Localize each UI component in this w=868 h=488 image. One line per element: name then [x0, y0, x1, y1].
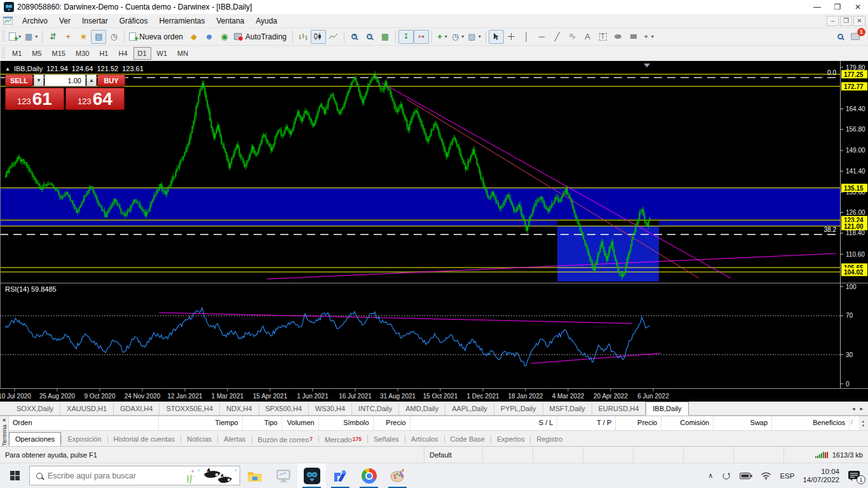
- timeframe-m5[interactable]: M5: [27, 47, 46, 60]
- horizontal-line-button[interactable]: ─: [534, 30, 550, 44]
- taskbar-mt5[interactable]: [297, 463, 326, 488]
- mdi-restore-icon[interactable]: ❐: [840, 16, 852, 26]
- buy-button[interactable]: BUY: [97, 74, 125, 86]
- column-header-sl[interactable]: S / L: [410, 416, 558, 430]
- candles-chart-button[interactable]: [311, 30, 326, 44]
- terminal-close-icon[interactable]: ✕: [2, 416, 6, 424]
- taskbar-paint3d[interactable]: [383, 463, 412, 488]
- timeframe-m1[interactable]: M1: [8, 47, 26, 60]
- chart-shift-button[interactable]: ↦: [414, 30, 429, 44]
- mdi-close-icon[interactable]: ✕: [853, 16, 865, 26]
- autotrading-button[interactable]: AutoTrading: [232, 30, 290, 44]
- community-button[interactable]: ☻: [201, 30, 217, 44]
- toolbar-grip[interactable]: [2, 31, 5, 43]
- tabs-scroll-left-icon[interactable]: ◂: [852, 405, 855, 412]
- terminal-tab-alertas[interactable]: Alertas: [218, 433, 251, 445]
- close-icon[interactable]: ✕: [848, 0, 868, 14]
- timeframe-grip[interactable]: [2, 48, 5, 59]
- start-button[interactable]: [0, 463, 29, 488]
- mdi-minimize-icon[interactable]: –: [827, 16, 839, 26]
- menu-ayuda[interactable]: Ayuda: [250, 15, 283, 27]
- tile-windows-button[interactable]: ▦: [377, 30, 393, 44]
- table-scroll-buttons[interactable]: ▲▼: [858, 416, 868, 430]
- symbol-tab-amd[interactable]: AMD,Daily: [399, 403, 445, 415]
- timeframe-w1[interactable]: W1: [153, 47, 172, 60]
- indicators-button[interactable]: +▾: [435, 30, 450, 44]
- column-header-tp[interactable]: T / P: [557, 416, 616, 430]
- arrows-button[interactable]: ✦▾: [641, 30, 656, 44]
- taskbar-tradingview[interactable]: [326, 463, 355, 488]
- toolbox-button[interactable]: ▤: [91, 30, 106, 44]
- menu-ver[interactable]: Ver: [53, 15, 76, 27]
- buy-price-button[interactable]: 123 64: [65, 88, 125, 110]
- wifi-icon[interactable]: [761, 471, 771, 480]
- scroll-up-icon[interactable]: ▲: [862, 419, 865, 423]
- symbol-tab-ibb[interactable]: IBB,Daily: [646, 402, 688, 416]
- line-chart-button[interactable]: [326, 30, 341, 44]
- text-button[interactable]: A: [580, 30, 595, 44]
- profiles-button[interactable]: ▦▾: [23, 30, 39, 44]
- symbol-tab-soxx[interactable]: SOXX,Daily: [10, 403, 60, 415]
- fibonacci-button[interactable]: ≡F: [565, 30, 580, 44]
- symbol-tab-eurusd[interactable]: EURUSD,H4: [592, 403, 646, 415]
- notification-center-button[interactable]: 1: [848, 470, 862, 482]
- text-label-button[interactable]: T: [595, 30, 611, 44]
- column-header-precio[interactable]: Precio: [374, 416, 410, 430]
- tabs-scroll-right-icon[interactable]: ▸: [860, 405, 863, 412]
- rectangle-button[interactable]: [626, 30, 641, 44]
- vertical-line-button[interactable]: │: [519, 30, 534, 44]
- taskbar-file-explorer[interactable]: [240, 463, 269, 488]
- column-header-comisin[interactable]: Comisión: [661, 416, 714, 430]
- timeframe-d1[interactable]: D1: [133, 47, 151, 60]
- terminal-tab-operaciones[interactable]: Operaciones: [9, 432, 61, 446]
- terminal-tab-noticias[interactable]: Noticias: [181, 433, 217, 445]
- scroll-down-icon[interactable]: ▼: [862, 424, 865, 428]
- data-window-button[interactable]: +: [60, 30, 76, 44]
- terminal-tab-se-ales[interactable]: Señales: [368, 433, 405, 445]
- taskbar-search[interactable]: [29, 466, 240, 485]
- symbol-tab-msft[interactable]: MSFT,Daily: [543, 403, 592, 415]
- minimize-icon[interactable]: —: [807, 0, 827, 14]
- terminal-tab-art-culos[interactable]: Artículos: [405, 433, 444, 445]
- search-button[interactable]: [832, 30, 848, 44]
- terminal-tab-expertos[interactable]: Expertos: [491, 433, 530, 445]
- menu-archivo[interactable]: Archivo: [17, 15, 53, 27]
- timeframe-m15[interactable]: M15: [48, 47, 70, 60]
- volume-increase-button[interactable]: ▲: [86, 74, 97, 86]
- terminal-tab-code-base[interactable]: Code Base: [445, 433, 491, 445]
- crosshair-button[interactable]: [504, 30, 519, 44]
- signals-button[interactable]: ◉: [217, 30, 232, 44]
- terminal-tab-historial-de-cuentas[interactable]: Historial de cuentas: [108, 433, 181, 445]
- taskbar-chrome[interactable]: [355, 463, 383, 488]
- bars-chart-button[interactable]: [295, 30, 311, 44]
- symbol-tab-spx500[interactable]: SPX500,H4: [259, 403, 309, 415]
- terminal-tab-mercado[interactable]: Mercado175: [319, 431, 367, 446]
- search-input[interactable]: [48, 471, 168, 480]
- status-profile[interactable]: Default: [424, 447, 483, 463]
- auto-scroll-button[interactable]: ↧: [398, 30, 414, 44]
- chart-area[interactable]: 0.038.2179.80164.40156.80149.00141.40133…: [0, 61, 868, 402]
- timeframe-h4[interactable]: H4: [114, 47, 132, 60]
- column-header-orden[interactable]: Orden: [9, 416, 159, 430]
- symbol-tab-ndx[interactable]: NDX,H4: [220, 403, 259, 415]
- symbol-tab-ws30[interactable]: WS30,H4: [309, 403, 352, 415]
- trendline-button[interactable]: ╱: [550, 30, 565, 44]
- column-header-volumen[interactable]: Volumen: [282, 416, 319, 430]
- column-header-precio[interactable]: Precio: [616, 416, 661, 430]
- zoom-out-button[interactable]: -: [362, 30, 377, 44]
- column-header-tipo[interactable]: Tipo: [243, 416, 282, 430]
- language-indicator[interactable]: ESP: [780, 472, 794, 480]
- terminal-tab-exposici-n[interactable]: Exposición: [62, 433, 107, 445]
- timeframe-m30[interactable]: M30: [71, 47, 93, 60]
- tray-clock[interactable]: 10:04 14/07/2022: [803, 468, 839, 484]
- chart-window-icon[interactable]: [3, 17, 13, 25]
- volume-input[interactable]: [44, 74, 86, 86]
- strategy-tester-button[interactable]: ◷: [106, 30, 121, 44]
- terminal-tab-buz-n-de-correo[interactable]: Buzón de correo7: [252, 431, 318, 446]
- symbol-tab-pypl[interactable]: PYPL,Daily: [494, 403, 543, 415]
- timeframe-h1[interactable]: H1: [95, 47, 112, 60]
- zoom-in-button[interactable]: +: [347, 30, 362, 44]
- column-header-tiempo[interactable]: Tiempo: [159, 416, 243, 430]
- cursor-button[interactable]: [489, 30, 504, 44]
- price-chart[interactable]: 0.038.2179.80164.40156.80149.00141.40133…: [0, 61, 868, 402]
